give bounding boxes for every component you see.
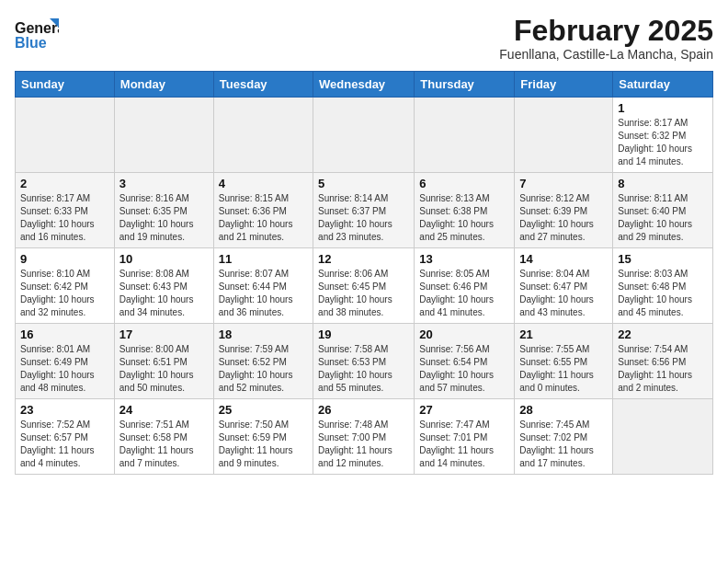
day-info: Sunrise: 8:17 AM Sunset: 6:32 PM Dayligh… <box>618 117 708 168</box>
day-number: 23 <box>20 403 109 417</box>
day-number: 2 <box>20 177 109 190</box>
day-number: 10 <box>119 252 209 266</box>
calendar-cell: 16Sunrise: 8:01 AM Sunset: 6:49 PM Dayli… <box>16 324 115 399</box>
calendar-cell: 10Sunrise: 8:08 AM Sunset: 6:43 PM Dayli… <box>114 248 213 324</box>
day-number: 9 <box>20 252 109 266</box>
calendar-cell: 1Sunrise: 8:17 AM Sunset: 6:32 PM Daylig… <box>613 98 713 173</box>
weekday-header-sunday: Sunday <box>16 72 115 98</box>
day-info: Sunrise: 8:05 AM Sunset: 6:46 PM Dayligh… <box>419 268 509 319</box>
day-info: Sunrise: 8:03 AM Sunset: 6:48 PM Dayligh… <box>618 268 708 319</box>
calendar-cell <box>114 98 213 173</box>
calendar-cell: 5Sunrise: 8:14 AM Sunset: 6:37 PM Daylig… <box>313 173 415 248</box>
calendar-cell: 15Sunrise: 8:03 AM Sunset: 6:48 PM Dayli… <box>613 248 713 324</box>
day-number: 24 <box>119 403 209 417</box>
day-number: 7 <box>519 177 608 190</box>
day-info: Sunrise: 7:54 AM Sunset: 6:56 PM Dayligh… <box>618 343 708 395</box>
day-info: Sunrise: 7:51 AM Sunset: 6:58 PM Dayligh… <box>119 419 209 470</box>
calendar-cell: 12Sunrise: 8:06 AM Sunset: 6:45 PM Dayli… <box>313 248 415 324</box>
day-number: 8 <box>618 177 708 190</box>
day-number: 21 <box>519 327 608 341</box>
weekday-header-saturday: Saturday <box>613 72 713 98</box>
calendar-cell: 19Sunrise: 7:58 AM Sunset: 6:53 PM Dayli… <box>313 324 415 399</box>
day-number: 17 <box>119 327 209 341</box>
calendar-week-2: 2Sunrise: 8:17 AM Sunset: 6:33 PM Daylig… <box>16 173 713 248</box>
day-number: 16 <box>20 327 109 341</box>
calendar-cell: 26Sunrise: 7:48 AM Sunset: 7:00 PM Dayli… <box>313 399 415 475</box>
calendar-cell: 4Sunrise: 8:15 AM Sunset: 6:36 PM Daylig… <box>213 173 313 248</box>
calendar-table: SundayMondayTuesdayWednesdayThursdayFrid… <box>15 71 713 475</box>
day-info: Sunrise: 8:14 AM Sunset: 6:37 PM Dayligh… <box>318 192 409 244</box>
calendar-cell: 2Sunrise: 8:17 AM Sunset: 6:33 PM Daylig… <box>16 173 115 248</box>
calendar-cell <box>415 98 515 173</box>
day-info: Sunrise: 8:11 AM Sunset: 6:40 PM Dayligh… <box>618 192 708 244</box>
calendar-cell: 28Sunrise: 7:45 AM Sunset: 7:02 PM Dayli… <box>515 399 613 475</box>
day-number: 28 <box>519 403 608 417</box>
calendar-week-1: 1Sunrise: 8:17 AM Sunset: 6:32 PM Daylig… <box>16 98 713 173</box>
day-number: 27 <box>419 403 509 417</box>
svg-text:General: General <box>15 20 59 36</box>
weekday-header-row: SundayMondayTuesdayWednesdayThursdayFrid… <box>16 72 713 98</box>
day-info: Sunrise: 7:47 AM Sunset: 7:01 PM Dayligh… <box>419 419 509 470</box>
day-number: 18 <box>219 327 308 341</box>
day-info: Sunrise: 7:48 AM Sunset: 7:00 PM Dayligh… <box>318 419 409 470</box>
day-number: 1 <box>618 101 708 115</box>
day-info: Sunrise: 8:06 AM Sunset: 6:45 PM Dayligh… <box>318 268 409 319</box>
calendar-cell: 14Sunrise: 8:04 AM Sunset: 6:47 PM Dayli… <box>515 248 613 324</box>
day-info: Sunrise: 8:15 AM Sunset: 6:36 PM Dayligh… <box>219 192 308 244</box>
calendar-cell: 27Sunrise: 7:47 AM Sunset: 7:01 PM Dayli… <box>415 399 515 475</box>
calendar-cell: 8Sunrise: 8:11 AM Sunset: 6:40 PM Daylig… <box>613 173 713 248</box>
day-number: 15 <box>618 252 708 266</box>
day-info: Sunrise: 8:07 AM Sunset: 6:44 PM Dayligh… <box>219 268 308 319</box>
calendar-cell <box>16 98 115 173</box>
page-header: General Blue February 2025 Fuenllana, Ca… <box>15 15 713 62</box>
calendar-cell <box>313 98 415 173</box>
day-info: Sunrise: 8:00 AM Sunset: 6:51 PM Dayligh… <box>119 343 209 395</box>
day-info: Sunrise: 7:58 AM Sunset: 6:53 PM Dayligh… <box>318 343 409 395</box>
page-subtitle: Fuenllana, Castille-La Mancha, Spain <box>499 47 713 62</box>
day-info: Sunrise: 8:12 AM Sunset: 6:39 PM Dayligh… <box>519 192 608 244</box>
weekday-header-tuesday: Tuesday <box>213 72 313 98</box>
svg-text:Blue: Blue <box>15 35 47 51</box>
weekday-header-friday: Friday <box>515 72 613 98</box>
weekday-header-wednesday: Wednesday <box>313 72 415 98</box>
day-number: 19 <box>318 327 409 341</box>
logo-icon: General Blue <box>15 15 59 52</box>
calendar-cell: 17Sunrise: 8:00 AM Sunset: 6:51 PM Dayli… <box>114 324 213 399</box>
calendar-week-5: 23Sunrise: 7:52 AM Sunset: 6:57 PM Dayli… <box>16 399 713 475</box>
calendar-cell: 22Sunrise: 7:54 AM Sunset: 6:56 PM Dayli… <box>613 324 713 399</box>
calendar-cell <box>515 98 613 173</box>
day-number: 14 <box>519 252 608 266</box>
day-info: Sunrise: 8:08 AM Sunset: 6:43 PM Dayligh… <box>119 268 209 319</box>
day-number: 5 <box>318 177 409 190</box>
day-info: Sunrise: 7:50 AM Sunset: 6:59 PM Dayligh… <box>219 419 308 470</box>
calendar-cell <box>613 399 713 475</box>
logo: General Blue <box>15 15 59 52</box>
calendar-cell: 9Sunrise: 8:10 AM Sunset: 6:42 PM Daylig… <box>16 248 115 324</box>
calendar-cell: 18Sunrise: 7:59 AM Sunset: 6:52 PM Dayli… <box>213 324 313 399</box>
day-number: 6 <box>419 177 509 190</box>
calendar-cell: 25Sunrise: 7:50 AM Sunset: 6:59 PM Dayli… <box>213 399 313 475</box>
day-number: 3 <box>119 177 209 190</box>
calendar-cell: 24Sunrise: 7:51 AM Sunset: 6:58 PM Dayli… <box>114 399 213 475</box>
day-number: 25 <box>219 403 308 417</box>
day-number: 26 <box>318 403 409 417</box>
day-number: 13 <box>419 252 509 266</box>
calendar-cell <box>213 98 313 173</box>
calendar-cell: 6Sunrise: 8:13 AM Sunset: 6:38 PM Daylig… <box>415 173 515 248</box>
weekday-header-monday: Monday <box>114 72 213 98</box>
page-title: February 2025 <box>499 15 713 47</box>
calendar-cell: 11Sunrise: 8:07 AM Sunset: 6:44 PM Dayli… <box>213 248 313 324</box>
day-info: Sunrise: 7:45 AM Sunset: 7:02 PM Dayligh… <box>519 419 608 470</box>
day-info: Sunrise: 8:10 AM Sunset: 6:42 PM Dayligh… <box>20 268 109 319</box>
day-info: Sunrise: 8:13 AM Sunset: 6:38 PM Dayligh… <box>419 192 509 244</box>
day-number: 11 <box>219 252 308 266</box>
calendar-week-4: 16Sunrise: 8:01 AM Sunset: 6:49 PM Dayli… <box>16 324 713 399</box>
day-info: Sunrise: 8:16 AM Sunset: 6:35 PM Dayligh… <box>119 192 209 244</box>
calendar-cell: 21Sunrise: 7:55 AM Sunset: 6:55 PM Dayli… <box>515 324 613 399</box>
calendar-cell: 23Sunrise: 7:52 AM Sunset: 6:57 PM Dayli… <box>16 399 115 475</box>
day-number: 4 <box>219 177 308 190</box>
day-info: Sunrise: 7:59 AM Sunset: 6:52 PM Dayligh… <box>219 343 308 395</box>
day-info: Sunrise: 7:55 AM Sunset: 6:55 PM Dayligh… <box>519 343 608 395</box>
calendar-cell: 20Sunrise: 7:56 AM Sunset: 6:54 PM Dayli… <box>415 324 515 399</box>
day-info: Sunrise: 7:56 AM Sunset: 6:54 PM Dayligh… <box>419 343 509 395</box>
